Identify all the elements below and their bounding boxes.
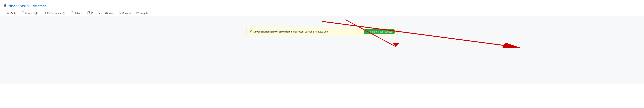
tab-code[interactable]: Code <box>4 10 19 16</box>
repo-separator: / <box>30 4 32 8</box>
security-icon <box>118 12 121 15</box>
tab-issues-label: Issues <box>25 12 32 15</box>
insights-icon <box>136 12 139 15</box>
issues-badge: 13 <box>33 12 38 15</box>
code-icon <box>7 12 10 15</box>
annotation-arrow <box>0 16 644 84</box>
tab-wiki[interactable]: Wiki <box>102 10 116 16</box>
notification-bar: Develrockment:slowerScrollMobile had rec… <box>246 27 398 36</box>
tab-code-label: Code <box>10 12 16 15</box>
tab-projects-label: Projects <box>91 12 100 15</box>
svg-marker-1 <box>392 43 399 47</box>
page-wrapper: shahednasser / sbuttons Code <box>0 0 644 108</box>
issues-icon <box>22 12 24 15</box>
content-area: Develrockment:slowerScrollMobile had rec… <box>0 16 644 84</box>
branch-icon <box>250 30 252 33</box>
tab-security-label: Security <box>122 12 131 15</box>
branch-name: Develrockment:slowerScrollMobile <box>254 30 292 33</box>
repo-owner-link[interactable]: shahednasser <box>8 4 30 8</box>
notification-text: Develrockment:slowerScrollMobile had rec… <box>250 30 328 33</box>
tab-pull-requests[interactable]: Pull requests 3 <box>41 10 68 16</box>
repo-icon <box>4 4 7 8</box>
repo-title: shahednasser / sbuttons <box>4 3 640 10</box>
tab-projects[interactable]: Projects <box>85 10 102 16</box>
wiki-icon <box>105 12 108 15</box>
actions-icon <box>71 12 74 15</box>
tab-issues[interactable]: Issues 13 <box>19 10 41 16</box>
compare-pull-request-button[interactable]: Compare & pull request <box>364 29 394 34</box>
tab-actions-label: Actions <box>74 12 82 15</box>
pull-requests-icon <box>44 12 46 15</box>
projects-icon <box>88 12 90 15</box>
notification-branch: Develrockment:slowerScrollMobile had rec… <box>254 30 328 33</box>
tab-insights-label: Insights <box>140 12 148 15</box>
tab-wiki-label: Wiki <box>109 12 113 15</box>
header-section: shahednasser / sbuttons Code <box>0 0 644 16</box>
pull-requests-badge: 3 <box>62 12 66 15</box>
tab-pull-requests-label: Pull requests <box>47 12 61 15</box>
notification-message: had recent pushes 5 minutes ago <box>292 30 328 33</box>
tab-insights[interactable]: Insights <box>134 10 150 16</box>
nav-tabs: Code Issues 13 <box>4 10 640 16</box>
tab-security[interactable]: Security <box>116 10 134 16</box>
tab-actions[interactable]: Actions <box>68 10 85 16</box>
repo-name-link[interactable]: sbuttons <box>32 4 46 8</box>
